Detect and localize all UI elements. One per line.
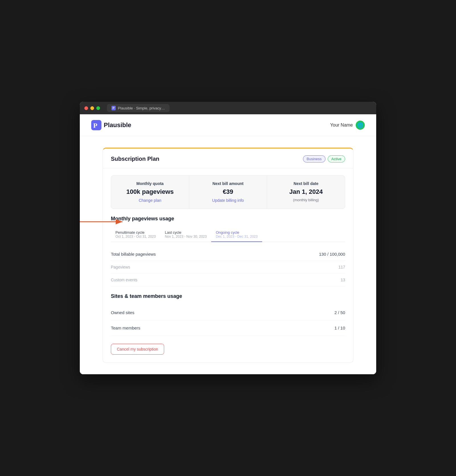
- logo-icon: P: [91, 120, 101, 130]
- close-button[interactable]: [84, 106, 88, 110]
- monthly-quota-value: 100k pageviews: [118, 188, 182, 196]
- metric-next-bill-date: Next bill date Jan 1, 2024 (monthly bill…: [267, 176, 345, 209]
- active-badge: Active: [328, 155, 345, 162]
- last-cycle-tab[interactable]: Last cycle Nov 1, 2023 - Nov 30, 2023: [160, 227, 211, 242]
- metrics-row: Monthly quota 100k pageviews Change plan…: [111, 175, 345, 209]
- logo-text: Plausible: [104, 121, 131, 129]
- owned-sites-value: 2 / 50: [334, 310, 345, 315]
- pageviews-row: Pageviews 117: [111, 261, 345, 274]
- penultimate-cycle-tab[interactable]: Penultimate cycle Oct 1, 2023 - Oct 31, …: [111, 227, 160, 242]
- next-bill-amount-value: €39: [196, 188, 260, 196]
- globe-icon: 🌐: [356, 121, 365, 130]
- next-bill-date-label: Next bill date: [274, 181, 338, 186]
- owned-sites-row: Owned sites 2 / 50: [111, 305, 345, 320]
- tab-favicon: P: [111, 106, 116, 110]
- subscription-card: Subscription Plan Business Active Monthl…: [103, 148, 353, 363]
- svg-text:P: P: [93, 122, 97, 129]
- cancel-subscription-button[interactable]: Cancel my subscription: [111, 344, 164, 355]
- card-header: Subscription Plan Business Active: [103, 149, 353, 168]
- total-billable-row: Total billable pageviews 130 / 100,000: [111, 248, 345, 261]
- pageviews-label: Pageviews: [111, 265, 130, 269]
- custom-events-value: 13: [341, 278, 345, 282]
- monthly-quota-label: Monthly quota: [118, 181, 182, 186]
- pageviews-value: 117: [339, 265, 345, 269]
- logo[interactable]: P Plausible: [91, 120, 131, 130]
- custom-events-row: Custom events 13: [111, 274, 345, 286]
- total-billable-label: Total billable pageviews: [111, 252, 156, 257]
- custom-events-label: Custom events: [111, 278, 137, 282]
- update-billing-link[interactable]: Update billing info: [212, 198, 244, 203]
- total-billable-value: 130 / 100,000: [319, 252, 345, 257]
- owned-sites-label: Owned sites: [111, 310, 135, 315]
- next-bill-date-note: (monthly billing): [274, 198, 338, 202]
- arrow-svg: [80, 216, 125, 227]
- team-members-value: 1 / 10: [334, 326, 345, 330]
- maximize-button[interactable]: [96, 106, 100, 110]
- change-plan-link[interactable]: Change plan: [139, 198, 161, 203]
- ongoing-cycle-tab[interactable]: Ongoing cycle Dec 1, 2023 - Dec 31, 2023: [211, 227, 262, 242]
- main-content: Subscription Plan Business Active Monthl…: [80, 136, 376, 374]
- browser-window: P Plausible · Simple, privacy-frien P Pl…: [80, 102, 376, 374]
- page: P Plausible Your Name 🌐: [80, 114, 376, 374]
- tab-title: Plausible · Simple, privacy-frien: [118, 106, 165, 110]
- team-members-label: Team members: [111, 326, 140, 330]
- cycle-tabs: Penultimate cycle Oct 1, 2023 - Oct 31, …: [111, 227, 345, 242]
- browser-tab[interactable]: P Plausible · Simple, privacy-frien: [107, 104, 170, 112]
- pageviews-section-header: Monthly pageviews usage: [111, 216, 345, 222]
- site-header: P Plausible Your Name 🌐: [80, 114, 376, 136]
- next-bill-date-value: Jan 1, 2024: [274, 188, 338, 196]
- subscription-title: Subscription Plan: [111, 156, 159, 162]
- business-badge: Business: [303, 155, 325, 162]
- titlebar: P Plausible · Simple, privacy-frien: [80, 102, 376, 114]
- user-menu[interactable]: Your Name 🌐: [330, 121, 365, 130]
- pageviews-usage-section: Total billable pageviews 130 / 100,000 P…: [111, 248, 345, 286]
- sites-section-header: Sites & team members usage: [111, 293, 345, 299]
- sites-section: Owned sites 2 / 50 Team members 1 / 10: [111, 305, 345, 336]
- badges: Business Active: [303, 155, 345, 162]
- next-bill-amount-label: Next bill amount: [196, 181, 260, 186]
- team-members-row: Team members 1 / 10: [111, 320, 345, 336]
- metric-monthly-quota: Monthly quota 100k pageviews Change plan: [111, 176, 189, 209]
- arrow-indicator: [80, 216, 125, 227]
- user-name: Your Name: [330, 123, 353, 128]
- minimize-button[interactable]: [90, 106, 94, 110]
- metric-next-bill-amount: Next bill amount €39 Update billing info: [189, 176, 267, 209]
- cancel-area: Cancel my subscription: [103, 344, 353, 363]
